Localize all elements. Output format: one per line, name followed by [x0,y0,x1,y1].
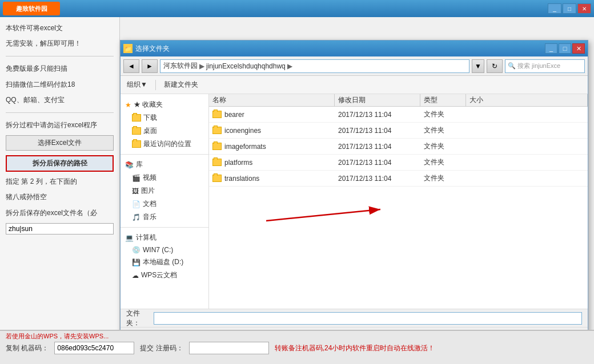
file-size-translations [466,177,588,180]
filename-label: 文件夹： [126,309,149,328]
file-size-iconengines [466,130,588,132]
col-date[interactable]: 修改日期 [335,94,420,106]
info-text-2: 无需安装，解压即可用！ [6,38,114,49]
dialog-title-icon: 📁 [123,44,133,53]
file-row-iconengines[interactable]: iconengines 2017/12/13 11:04 文件夹 [209,123,588,139]
star-icon: ★ [125,101,131,109]
filename-input[interactable] [154,312,582,325]
register-code-input[interactable] [189,342,269,354]
file-name-iconengines: iconengines [209,126,335,136]
file-size-imageformats [466,145,588,148]
file-size-platforms [466,161,588,164]
address-dropdown-button[interactable]: ▼ [472,59,484,73]
favorites-label: ★ 收藏夹 [134,100,163,110]
nav-tree: ★ ★ 收藏夹 下载 桌面 最近访问的位置 [121,94,209,309]
bottombar-row: 复制 机器码： 提交 注册码： 转账备注机器码,24小时内软件重启时自动在线激活… [0,342,594,354]
path-segment-2: jinjunExcelshduqhqhdhwq [206,62,286,70]
search-placeholder: 搜索 jinjunExce [517,62,560,70]
file-date-translations: 2017/12/13 11:04 [335,173,420,184]
path-segment-1: 河东软件园 [163,61,198,71]
nav-item-d-drive-label: 本地磁盘 (D:) [143,257,183,267]
machine-code-input[interactable] [54,342,134,354]
nav-item-video[interactable]: 🎬 视频 [121,171,208,184]
nav-separator-2 [121,227,208,228]
new-folder-button[interactable]: 新建文件夹 [160,78,202,92]
file-type-bearer: 文件夹 [420,108,466,120]
dialog-addressbar: ◄ ► 河东软件园 ▶ jinjunExcelshduqhqhdhwq ▶ ▼ … [121,56,588,76]
computer-label: 计算机 [136,233,156,242]
nav-item-documents[interactable]: 📄 文档 [121,197,208,211]
split-warning: 拆分过程中请勿运行excel程序 [6,120,114,131]
folder-icon-platforms [212,159,222,166]
maximize-button[interactable]: □ [563,3,576,14]
search-box[interactable]: 🔍 搜索 jinjunExce [505,59,585,73]
app-titlebar: 趣致软件园 _ □ ✕ [0,0,594,17]
refresh-button[interactable]: ↻ [487,59,503,73]
nav-item-d-drive[interactable]: 💾 本地磁盘 (D:) [121,256,208,269]
filename-input[interactable] [6,223,114,234]
nav-item-wps-cloud[interactable]: ☁ WPS云文档 [121,269,208,282]
red-arrow-svg [266,204,398,238]
nav-item-desktop[interactable]: 桌面 [121,124,208,137]
music-icon: 🎵 [132,213,141,221]
search-icon: 🔍 [508,62,516,70]
library-header[interactable]: 📚 库 [121,158,208,171]
dialog-close-button[interactable]: ✕ [572,43,585,54]
folder-icon-bearer [212,111,222,118]
dialog-title-text: 选择文件夹 [135,44,170,54]
drive-icon: 💿 [132,246,141,254]
organize-button[interactable]: 组织▼ [123,78,151,92]
computer-section: 💻 计算机 💿 WIN7 (C:) 💾 本地磁盘 (D:) ☁ [121,230,208,283]
nav-item-pictures[interactable]: 🖼 图片 [121,184,208,197]
titlebar-controls: _ □ ✕ [548,3,591,14]
path-arrow-2: ▶ [287,62,292,70]
file-row-translations[interactable]: translations 2017/12/13 11:04 文件夹 [209,171,588,187]
address-path[interactable]: 河东软件园 ▶ jinjunExcelshduqhqhdhwq ▶ [160,59,469,73]
file-date-imageformats: 2017/12/13 11:04 [335,141,420,152]
register-code-label: 提交 注册码： [140,343,183,353]
file-type-translations: 文件夹 [420,172,466,184]
red-arrow [266,204,398,240]
nav-item-downloads[interactable]: 下载 [121,111,208,124]
col-name[interactable]: 名称 [209,94,335,106]
file-type-iconengines: 文件夹 [420,124,466,136]
file-type-platforms: 文件夹 [420,156,466,168]
col-size[interactable]: 大小 [466,94,588,106]
save-path-button[interactable]: 拆分后保存的路径 [6,155,114,172]
cloud-icon: ☁ [132,272,139,280]
folder-icon-imageformats [212,143,222,150]
library-icon: 📚 [125,161,134,169]
app-logo-image: 趣致软件园 [3,2,60,15]
info-text-3: 免费版最多只能扫描 [6,63,114,74]
dialog-title-area: 📁 选择文件夹 [123,44,170,54]
folder-icon-iconengines [212,127,222,134]
select-excel-button[interactable]: 选择Excel文件 [6,135,114,151]
favorites-header[interactable]: ★ ★ 收藏夹 [121,98,208,111]
nav-item-music[interactable]: 🎵 音乐 [121,211,208,224]
path-arrow-1: ▶ [199,62,204,70]
nav-item-c-drive-label: WIN7 (C:) [143,246,173,254]
forward-button[interactable]: ► [142,59,158,73]
minimize-button[interactable]: _ [548,3,561,14]
nav-item-recent[interactable]: 最近访问的位置 [121,137,208,151]
machine-code-label: 复制 机器码： [6,343,49,353]
back-button[interactable]: ◄ [123,59,139,73]
folder-icon [132,114,141,122]
file-name-bearer: bearer [209,110,335,120]
file-row-platforms[interactable]: platforms 2017/12/13 11:04 文件夹 [209,155,588,171]
file-row-imageformats[interactable]: imageformats 2017/12/13 11:04 文件夹 [209,139,588,155]
dialog-minimize-button[interactable]: _ [545,43,557,54]
nav-item-c-drive[interactable]: 💿 WIN7 (C:) [121,244,208,256]
folder-icon [132,140,141,148]
dialog-toolbar: 组织▼ 新建文件夹 [121,76,588,94]
dialog-maximize-button[interactable]: □ [559,43,571,54]
file-row-bearer[interactable]: bearer 2017/12/13 11:04 文件夹 [209,107,588,123]
computer-header[interactable]: 💻 计算机 [121,231,208,244]
close-button[interactable]: ✕ [577,3,591,14]
file-list-body: bearer 2017/12/13 11:04 文件夹 iconengines [209,107,588,309]
dialog-filename-bar: 文件夹： [121,309,588,327]
col-type[interactable]: 类型 [420,94,466,106]
file-size-bearer [466,114,588,116]
toolbar-separator [155,80,156,90]
panel-divider-1 [6,56,114,56]
